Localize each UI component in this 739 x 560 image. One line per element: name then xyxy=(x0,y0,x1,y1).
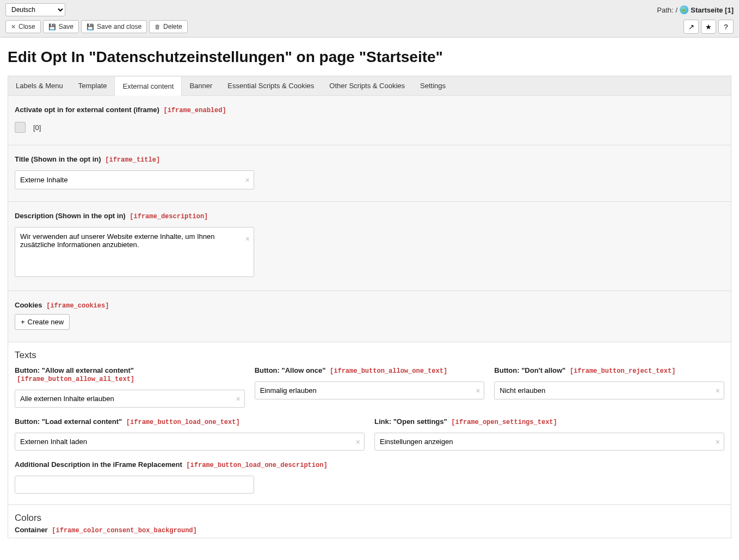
page-id: [1] xyxy=(725,6,734,14)
delete-button[interactable]: 🗑 Delete xyxy=(149,20,188,33)
title-tech: [iframe_title] xyxy=(105,156,160,164)
clear-icon[interactable]: × xyxy=(236,395,240,403)
save-button[interactable]: 💾 Save xyxy=(43,20,79,33)
title-label: Title (Shown in the opt in) xyxy=(15,155,101,163)
close-label: Close xyxy=(19,23,35,30)
page-title: Edit Opt In "Datenschutzeinstellungen" o… xyxy=(0,38,739,76)
save-label: Save xyxy=(59,23,73,30)
clear-icon[interactable]: × xyxy=(245,235,250,243)
breadcrumb: Path: / Startseite [1] xyxy=(657,5,734,14)
allow-all-label: Button: "Allow all external content" xyxy=(15,366,134,374)
load-ext-input[interactable] xyxy=(15,433,365,451)
tab-essential-scripts[interactable]: Essential Scripts & Cookies xyxy=(220,76,322,95)
allow-once-input[interactable] xyxy=(255,381,485,399)
load-ext-tech: [iframe_button_load_one_text] xyxy=(126,419,240,426)
tab-template[interactable]: Template xyxy=(71,76,115,95)
delete-label: Delete xyxy=(163,23,182,30)
description-textarea[interactable]: Wir verwenden auf unserer Website extern… xyxy=(15,227,254,277)
close-button[interactable]: ✕ Close xyxy=(5,20,41,33)
external-link-button[interactable]: ↗ xyxy=(683,20,699,34)
page-name: Startseite xyxy=(691,6,723,14)
star-icon: ★ xyxy=(705,23,712,31)
globe-icon xyxy=(680,5,688,14)
clear-icon[interactable]: × xyxy=(356,438,360,446)
dont-allow-tech: [iframe_button_reject_text] xyxy=(570,367,675,375)
open-settings-label: Link: "Open settings" xyxy=(374,417,447,426)
add-desc-input[interactable] xyxy=(15,476,254,494)
help-button[interactable]: ? xyxy=(718,20,734,34)
description-label: Description (Shown in the opt in) xyxy=(15,212,126,220)
clear-icon[interactable]: × xyxy=(476,386,480,395)
dont-allow-input[interactable] xyxy=(494,381,724,399)
activate-label: Activate opt in for external content (if… xyxy=(15,106,159,114)
clear-icon[interactable]: × xyxy=(716,438,720,446)
path-label: Path: xyxy=(657,6,673,14)
title-input[interactable] xyxy=(15,170,254,189)
clear-icon[interactable]: × xyxy=(245,176,250,184)
save-icon: 💾 xyxy=(48,23,56,30)
create-new-label: Create new xyxy=(28,318,64,326)
plus-icon: + xyxy=(21,318,25,326)
load-ext-label: Button: "Load external content" xyxy=(15,417,122,426)
tab-labels-menu[interactable]: Labels & Menu xyxy=(8,76,71,95)
description-tech: [iframe_description] xyxy=(130,213,208,220)
tab-bar: Labels & Menu Template External content … xyxy=(8,76,731,95)
activate-tech: [iframe_enabled] xyxy=(163,107,226,114)
allow-once-tech: [iframe_button_allow_one_text] xyxy=(330,367,447,375)
dont-allow-label: Button: "Don't allow" xyxy=(494,366,565,374)
open-settings-tech: [iframe_open_settings_text] xyxy=(451,419,557,426)
cookies-tech: [iframe_cookies] xyxy=(46,302,109,310)
texts-heading: Texts xyxy=(8,342,731,363)
language-select[interactable]: Deutsch xyxy=(5,3,65,16)
allow-all-tech: [iframe_button_allow_all_text] xyxy=(17,376,134,383)
open-settings-input[interactable] xyxy=(374,433,724,451)
path-page-link[interactable]: Startseite [1] xyxy=(691,6,734,14)
save-close-label: Save and close xyxy=(97,23,141,30)
colors-heading: Colors xyxy=(8,505,731,526)
container-color-label: Container xyxy=(15,526,48,534)
tab-banner[interactable]: Banner xyxy=(182,76,220,95)
tab-external-content[interactable]: External content xyxy=(114,77,182,96)
add-desc-label: Additional Description in the iFrame Rep… xyxy=(15,460,182,469)
external-link-icon: ↗ xyxy=(688,23,694,31)
trash-icon: 🗑 xyxy=(155,23,161,30)
cookies-label: Cookies xyxy=(15,301,42,309)
tab-settings[interactable]: Settings xyxy=(412,76,453,95)
favorite-button[interactable]: ★ xyxy=(701,20,716,34)
close-icon: ✕ xyxy=(11,23,16,30)
activate-value: [0] xyxy=(33,124,41,132)
container-color-tech: [iframe_color_consent_box_background] xyxy=(52,527,196,534)
create-new-button[interactable]: + Create new xyxy=(15,314,70,330)
tab-other-scripts[interactable]: Other Scripts & Cookies xyxy=(322,76,412,95)
activate-checkbox[interactable] xyxy=(15,122,26,133)
save-close-icon: 💾 xyxy=(87,23,94,30)
form-panel: Activate opt in for external content (if… xyxy=(8,95,731,538)
allow-once-label: Button: "Allow once" xyxy=(255,366,326,374)
allow-all-input[interactable] xyxy=(15,390,245,408)
clear-icon[interactable]: × xyxy=(716,386,720,395)
help-icon: ? xyxy=(724,23,728,31)
path-separator: / xyxy=(676,6,678,14)
save-close-button[interactable]: 💾 Save and close xyxy=(81,20,147,33)
add-desc-tech: [iframe_button_load_one_description] xyxy=(186,461,327,469)
